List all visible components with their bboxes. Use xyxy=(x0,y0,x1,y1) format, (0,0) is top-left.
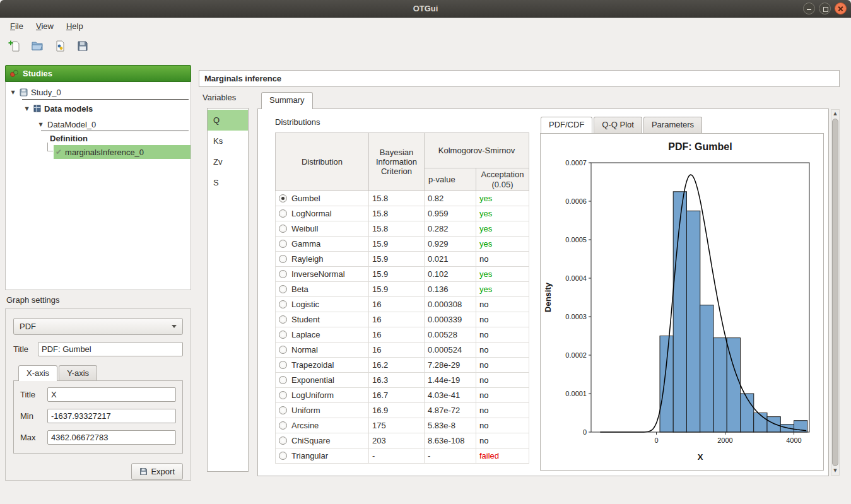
dist-row-inversenormal[interactable]: InverseNormal15.90.102yes xyxy=(276,267,529,282)
radio-laplace[interactable] xyxy=(279,331,287,339)
radio-beta[interactable] xyxy=(279,285,287,293)
tree-item-data-models[interactable]: ▼ Data models xyxy=(6,100,191,117)
dist-row-chisquare[interactable]: ChiSquare2038.63e-108no xyxy=(276,433,529,448)
svg-text:Density: Density xyxy=(543,282,553,312)
tab-summary[interactable]: Summary xyxy=(261,92,313,109)
col-bic: Bayesian Information Criterion xyxy=(369,133,425,191)
svg-text:0: 0 xyxy=(583,428,587,436)
axis-max-input[interactable] xyxy=(47,430,176,445)
dist-row-uniform[interactable]: Uniform16.94.87e-72no xyxy=(276,403,529,418)
radio-lognormal[interactable] xyxy=(279,209,287,218)
radio-gumbel[interactable] xyxy=(279,194,287,202)
tab-y-axis[interactable]: Y-axis xyxy=(59,365,97,380)
radio-triangular[interactable] xyxy=(279,452,287,460)
variable-item-s[interactable]: S xyxy=(208,172,248,193)
menu-file[interactable]: File xyxy=(4,19,30,33)
col-pvalue: p-value xyxy=(425,168,476,191)
dist-row-logistic[interactable]: Logistic160.000308no xyxy=(276,297,529,312)
variable-item-ks[interactable]: Ks xyxy=(208,131,248,151)
graph-settings-panel: PDF Title X-axis Y-axis Title Min Max xyxy=(5,308,191,481)
dist-row-exponential[interactable]: Exponential16.31.44e-19no xyxy=(276,373,529,388)
radio-rayleigh[interactable] xyxy=(279,255,287,263)
svg-text:0.0004: 0.0004 xyxy=(565,274,587,282)
close-button[interactable] xyxy=(835,3,847,15)
accept-cell: no xyxy=(476,403,529,418)
dist-row-rayleigh[interactable]: Rayleigh15.90.021no xyxy=(276,252,529,267)
graph-settings-label: Graph settings xyxy=(6,295,60,305)
tree-item-definition[interactable]: Definition xyxy=(6,132,191,145)
tree-item-study[interactable]: ▼ Study_0 xyxy=(6,84,191,100)
page-title-box: Marginals inference xyxy=(199,70,840,87)
new-study-button[interactable] xyxy=(5,37,24,56)
expand-arrow-icon[interactable]: ▼ xyxy=(37,122,44,127)
chart-container: 00.00010.00020.00030.00040.00050.00060.0… xyxy=(540,133,824,471)
import-python-button[interactable] xyxy=(50,37,69,56)
save-study-button[interactable] xyxy=(73,37,92,56)
dist-row-student[interactable]: Student160.000339no xyxy=(276,312,529,327)
dist-row-triangular[interactable]: Triangular--failed xyxy=(276,448,529,464)
radio-uniform[interactable] xyxy=(279,406,287,414)
menubar: File View Help xyxy=(0,18,851,35)
radio-loguniform[interactable] xyxy=(279,391,287,399)
variable-item-q[interactable]: Q xyxy=(208,110,248,131)
toolbar xyxy=(0,35,851,57)
tree-item-datamodel[interactable]: ▼ DataModel_0 xyxy=(6,117,191,132)
accept-cell: no xyxy=(476,388,529,403)
radio-gamma[interactable] xyxy=(279,240,287,248)
titlebar[interactable]: OTGui xyxy=(0,0,851,18)
accept-cell: no xyxy=(476,343,529,358)
accept-cell: yes xyxy=(476,206,529,221)
radio-logistic[interactable] xyxy=(279,300,287,308)
menu-help[interactable]: Help xyxy=(60,19,90,33)
tab-x-axis[interactable]: X-axis xyxy=(18,365,57,381)
scroll-up-icon[interactable]: ▲ xyxy=(831,110,839,118)
radio-arcsine[interactable] xyxy=(279,421,287,430)
dist-row-weibull[interactable]: Weibull15.80.282yes xyxy=(276,221,529,237)
study-icon xyxy=(20,88,28,97)
dist-row-beta[interactable]: Beta15.90.136yes xyxy=(276,282,529,297)
plot-type-dropdown[interactable]: PDF xyxy=(13,318,183,335)
expand-arrow-icon[interactable]: ▼ xyxy=(23,106,30,112)
dist-row-trapezoidal[interactable]: Trapezoidal16.27.28e-29no xyxy=(276,358,529,373)
tab-qq-plot[interactable]: Q-Q Plot xyxy=(594,117,642,134)
dist-row-lognormal[interactable]: LogNormal15.80.959yes xyxy=(276,206,529,221)
accept-cell: no xyxy=(476,252,529,267)
radio-chisquare[interactable] xyxy=(279,437,287,445)
export-button[interactable]: Export xyxy=(131,463,183,480)
radio-normal[interactable] xyxy=(279,346,287,354)
expand-arrow-icon[interactable]: ▼ xyxy=(9,90,16,95)
variable-item-zv[interactable]: Zv xyxy=(208,151,248,172)
plot-title-input[interactable] xyxy=(38,342,183,356)
col-kolmogorov-smirnov: Kolmogorov-Smirnov xyxy=(425,133,529,168)
tab-pdf-cdf[interactable]: PDF/CDF xyxy=(541,117,592,134)
selected-tree-item-highlight[interactable]: ✔ marginalsInference_0 xyxy=(54,145,191,159)
dist-row-laplace[interactable]: Laplace160.00528no xyxy=(276,327,529,343)
radio-weibull[interactable] xyxy=(279,225,287,233)
radio-student[interactable] xyxy=(279,315,287,324)
dist-row-loguniform[interactable]: LogUniform16.74.03e-41no xyxy=(276,388,529,403)
axis-min-input[interactable] xyxy=(47,409,176,423)
radio-exponential[interactable] xyxy=(279,376,287,384)
tab-parameters[interactable]: Parameters xyxy=(643,117,702,134)
svg-text:0.0001: 0.0001 xyxy=(565,390,587,397)
page-title: Marginals inference xyxy=(204,74,281,83)
maximize-button[interactable] xyxy=(819,3,831,15)
tree-item-marginals-inference[interactable]: ✔ marginalsInference_0 xyxy=(6,145,191,159)
axis-title-input[interactable] xyxy=(47,387,176,402)
scrollbar-thumb[interactable] xyxy=(832,119,838,466)
radio-trapezoidal[interactable] xyxy=(279,361,287,369)
minimize-button[interactable] xyxy=(803,3,815,15)
vertical-scrollbar[interactable]: ▲ ▼ xyxy=(831,109,840,476)
radio-inversenormal[interactable] xyxy=(279,270,287,278)
dist-row-normal[interactable]: Normal160.000524no xyxy=(276,343,529,358)
svg-text:0.0006: 0.0006 xyxy=(565,197,587,205)
dist-row-gamma[interactable]: Gamma15.90.929yes xyxy=(276,237,529,252)
svg-text:X: X xyxy=(698,452,703,462)
accept-cell: no xyxy=(476,433,529,448)
dist-row-arcsine[interactable]: Arcsine1755.83e-8no xyxy=(276,418,529,433)
menu-view[interactable]: View xyxy=(30,19,60,33)
dist-row-gumbel[interactable]: Gumbel15.80.82yes xyxy=(276,191,529,206)
accept-cell: yes xyxy=(476,191,529,206)
scroll-down-icon[interactable]: ▼ xyxy=(831,467,839,475)
open-study-button[interactable] xyxy=(28,37,47,56)
